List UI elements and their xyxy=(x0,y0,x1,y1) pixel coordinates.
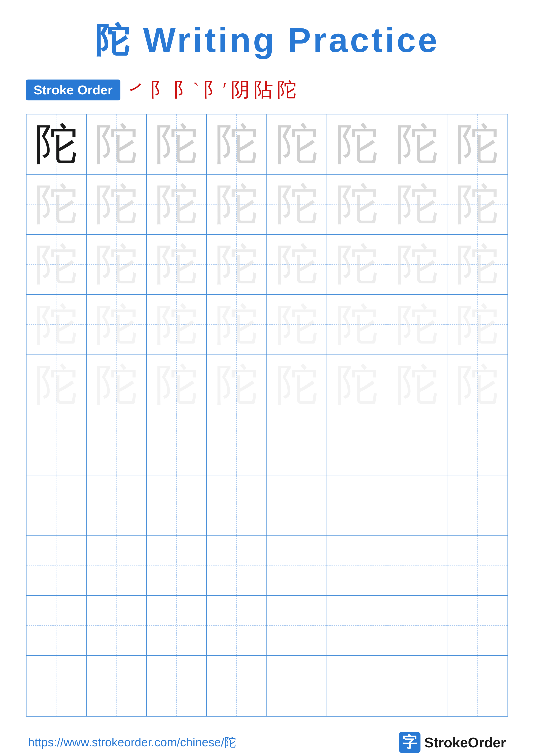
grid-cell[interactable] xyxy=(147,475,207,535)
grid-cell[interactable] xyxy=(447,415,507,475)
grid-cell[interactable] xyxy=(207,535,267,596)
grid-cell[interactable] xyxy=(447,475,507,535)
grid-cell[interactable]: 陀 xyxy=(267,175,327,235)
grid-cell[interactable]: 陀 xyxy=(447,115,507,175)
grid-cell[interactable]: 陀 xyxy=(327,175,387,235)
char-light: 陀 xyxy=(95,243,138,286)
grid-cell[interactable]: 陀 xyxy=(207,295,267,355)
grid-cell[interactable] xyxy=(147,415,207,475)
grid-cell[interactable] xyxy=(87,475,147,535)
grid-cell[interactable] xyxy=(147,535,207,596)
char-light: 陀 xyxy=(155,363,198,406)
page-title: 陀 Writing Practice xyxy=(95,17,440,64)
grid-cell[interactable]: 陀 xyxy=(447,235,507,295)
grid-cell[interactable] xyxy=(27,656,87,716)
grid-cell[interactable]: 陀 xyxy=(27,115,87,175)
grid-cell[interactable]: 陀 xyxy=(447,175,507,235)
char-light: 陀 xyxy=(275,363,318,406)
footer-logo-text: StrokeOrder xyxy=(424,735,506,751)
grid-cell[interactable]: 陀 xyxy=(147,175,207,235)
grid-cell[interactable]: 陀 xyxy=(147,355,207,415)
grid-cell[interactable] xyxy=(327,475,387,535)
title-english: Writing Practice xyxy=(131,21,440,59)
grid-cell[interactable] xyxy=(27,596,87,656)
grid-cell[interactable] xyxy=(447,596,507,656)
grid-cell[interactable]: 陀 xyxy=(87,175,147,235)
grid-cell[interactable]: 陀 xyxy=(267,115,327,175)
grid-cell[interactable] xyxy=(147,596,207,656)
grid-cell[interactable]: 陀 xyxy=(267,295,327,355)
grid-cell[interactable]: 陀 xyxy=(147,235,207,295)
grid-cell[interactable] xyxy=(87,535,147,596)
grid-cell[interactable]: 陀 xyxy=(27,355,87,415)
grid-cell[interactable]: 陀 xyxy=(207,175,267,235)
grid-cell[interactable]: 陀 xyxy=(87,235,147,295)
grid-cell[interactable] xyxy=(87,596,147,656)
grid-cell[interactable] xyxy=(267,535,327,596)
grid-row-2: 陀 陀 陀 陀 陀 陀 陀 陀 xyxy=(27,175,507,235)
grid-cell[interactable]: 陀 xyxy=(387,175,447,235)
grid-cell[interactable]: 陀 xyxy=(27,235,87,295)
grid-cell[interactable] xyxy=(147,656,207,716)
grid-cell[interactable] xyxy=(87,656,147,716)
grid-cell[interactable]: 陀 xyxy=(387,235,447,295)
stroke-order-badge: Stroke Order xyxy=(26,80,120,100)
char-light: 陀 xyxy=(395,122,439,166)
grid-cell[interactable] xyxy=(447,535,507,596)
char-light: 陀 xyxy=(215,303,258,346)
grid-cell[interactable] xyxy=(207,415,267,475)
grid-row-10 xyxy=(27,656,507,716)
grid-cell[interactable] xyxy=(207,596,267,656)
grid-cell[interactable]: 陀 xyxy=(327,295,387,355)
grid-cell[interactable] xyxy=(207,475,267,535)
char-light: 陀 xyxy=(335,183,378,226)
grid-cell[interactable] xyxy=(267,415,327,475)
grid-cell[interactable] xyxy=(267,596,327,656)
grid-cell[interactable]: 陀 xyxy=(207,235,267,295)
grid-cell[interactable] xyxy=(327,656,387,716)
grid-cell[interactable]: 陀 xyxy=(267,355,327,415)
char-light: 陀 xyxy=(275,183,318,226)
grid-cell[interactable]: 陀 xyxy=(27,175,87,235)
grid-cell[interactable] xyxy=(27,535,87,596)
grid-cell[interactable]: 陀 xyxy=(387,355,447,415)
grid-cell[interactable]: 陀 xyxy=(387,115,447,175)
footer-url[interactable]: https://www.strokeorder.com/chinese/陀 xyxy=(28,735,236,750)
grid-cell[interactable]: 陀 xyxy=(207,115,267,175)
grid-cell[interactable] xyxy=(447,656,507,716)
grid-cell[interactable] xyxy=(27,415,87,475)
grid-cell[interactable]: 陀 xyxy=(267,235,327,295)
grid-cell[interactable] xyxy=(267,475,327,535)
grid-cell[interactable]: 陀 xyxy=(87,115,147,175)
grid-cell[interactable]: 陀 xyxy=(207,355,267,415)
grid-cell[interactable]: 陀 xyxy=(327,355,387,415)
grid-cell[interactable] xyxy=(387,475,447,535)
grid-cell[interactable]: 陀 xyxy=(447,295,507,355)
title-chinese: 陀 xyxy=(95,21,131,59)
grid-cell[interactable]: 陀 xyxy=(327,235,387,295)
grid-cell[interactable]: 陀 xyxy=(147,115,207,175)
char-light: 陀 xyxy=(335,363,378,406)
grid-cell[interactable] xyxy=(267,656,327,716)
grid-cell[interactable]: 陀 xyxy=(87,295,147,355)
char-light: 陀 xyxy=(155,183,198,226)
grid-cell[interactable] xyxy=(387,415,447,475)
grid-cell[interactable]: 陀 xyxy=(147,295,207,355)
grid-cell[interactable] xyxy=(327,596,387,656)
grid-cell[interactable]: 陀 xyxy=(387,295,447,355)
grid-cell[interactable] xyxy=(327,535,387,596)
char-light: 陀 xyxy=(275,303,318,346)
grid-cell[interactable]: 陀 xyxy=(27,295,87,355)
grid-cell[interactable] xyxy=(387,656,447,716)
grid-cell[interactable] xyxy=(27,475,87,535)
grid-cell[interactable]: 陀 xyxy=(327,115,387,175)
char-light: 陀 xyxy=(35,183,78,226)
grid-cell[interactable] xyxy=(387,596,447,656)
grid-cell[interactable] xyxy=(387,535,447,596)
grid-cell[interactable] xyxy=(87,415,147,475)
grid-cell[interactable] xyxy=(327,415,387,475)
grid-cell[interactable]: 陀 xyxy=(447,355,507,415)
char-light: 陀 xyxy=(155,303,198,346)
grid-cell[interactable] xyxy=(207,656,267,716)
grid-cell[interactable]: 陀 xyxy=(87,355,147,415)
